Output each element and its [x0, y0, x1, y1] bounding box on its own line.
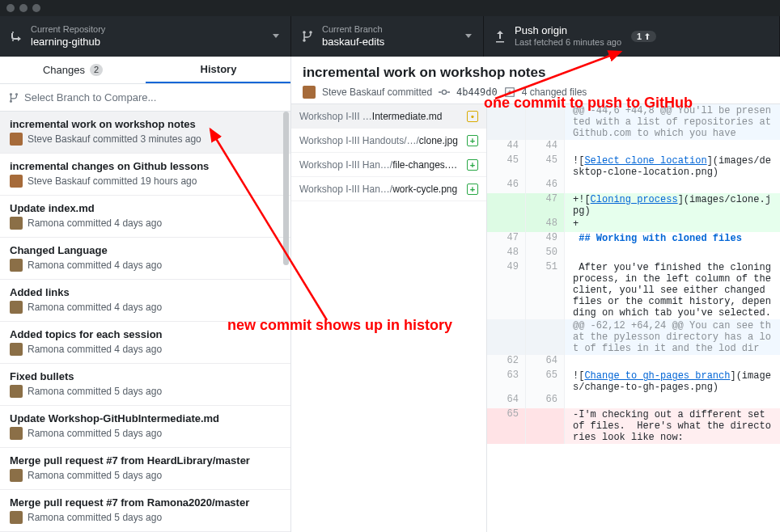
new-line-number: 44: [526, 140, 565, 154]
changed-file-item[interactable]: Workshop I-III …Intermediate.md•: [291, 104, 486, 129]
history-item-meta: Steve Baskauf committed 19 hours ago: [10, 175, 281, 188]
author-avatar: [10, 469, 23, 482]
diff-line: 4951 After you've finished the cloning p…: [487, 261, 780, 319]
author-avatar: [10, 427, 23, 440]
diff-line-content: ## Working with cloned files: [565, 232, 780, 247]
changed-file-item[interactable]: Workshop I-III Han…/work-cycle.png+: [291, 177, 486, 201]
old-line-number: 48: [487, 247, 526, 261]
new-line-number: 50: [526, 247, 565, 261]
diff-line: 6466: [487, 394, 780, 408]
branch-compare-selector[interactable]: Select Branch to Compare...: [0, 84, 290, 112]
old-line-number: 45: [487, 154, 526, 179]
diff-line: 65-I'm checking out a different set of f…: [487, 408, 780, 444]
tab-changes[interactable]: Changes 2: [0, 57, 146, 83]
diff-line-content: ![Change to gh-pages branch](images/chan…: [565, 369, 780, 394]
author-avatar: [10, 259, 23, 272]
history-item[interactable]: Merge pull request #7 from HeardLibrary/…: [0, 448, 290, 490]
diff-line-content: [565, 247, 780, 261]
history-item-title: Merge pull request #7 from HeardLibrary/…: [10, 454, 281, 467]
diff-line-content: After you've finished the cloning proces…: [565, 261, 780, 319]
history-item[interactable]: Update index.mdRamona committed 4 days a…: [0, 196, 290, 238]
history-item-title: Added links: [10, 286, 281, 298]
branch-icon: [8, 92, 19, 103]
history-list[interactable]: incremental work on workshop notesSteve …: [0, 112, 290, 532]
traffic-light-zoom[interactable]: [32, 4, 40, 12]
push-origin-button[interactable]: Push origin Last fetched 6 minutes ago 1: [484, 16, 780, 57]
changes-count-badge: 2: [90, 64, 103, 76]
file-name: Workshop I-III …Intermediate.md: [299, 111, 462, 122]
repo-name: learning-github: [31, 36, 105, 49]
old-line-number: 44: [487, 140, 526, 154]
push-count-badge: 1: [631, 31, 656, 42]
chevron-down-icon: [465, 34, 472, 38]
diff-line-content: [565, 355, 780, 369]
old-line-number: [487, 193, 526, 217]
changed-file-item[interactable]: Workshop I-III Handouts/…/clone.jpg+: [291, 129, 486, 153]
repo-label: Current Repository: [31, 24, 105, 36]
arrow-up-icon: [644, 33, 651, 40]
old-line-number: 64: [487, 394, 526, 408]
commit-sha: 4b449d0: [456, 87, 498, 98]
tab-history-label: History: [201, 63, 237, 75]
old-line-number: 47: [487, 232, 526, 247]
history-item[interactable]: incremental work on workshop notesSteve …: [0, 112, 290, 154]
old-line-number: 63: [487, 369, 526, 394]
new-line-number: 46: [526, 179, 565, 193]
scrollbar-thumb[interactable]: [283, 112, 289, 265]
window-titlebar: [0, 0, 780, 16]
history-item-title: incremental changes on Github lessons: [10, 160, 281, 172]
history-item[interactable]: Fixed bulletsRamona committed 5 days ago: [0, 364, 290, 406]
new-line-number: 48: [526, 217, 565, 232]
branch-name: baskauf-edits: [322, 36, 384, 49]
history-item-title: incremental work on workshop notes: [10, 118, 281, 130]
commit-title: incremental work on workshop notes: [303, 65, 769, 81]
new-line-number: 51: [526, 261, 565, 319]
history-item-meta: Ramona committed 4 days ago: [10, 301, 281, 314]
diff-line-content: [565, 179, 780, 193]
history-item-meta: Ramona committed 4 days ago: [10, 259, 281, 272]
current-branch-selector[interactable]: Current Branch baskauf-edits: [291, 16, 484, 57]
author-avatar: [10, 133, 23, 146]
old-line-number: 62: [487, 355, 526, 369]
traffic-light-close[interactable]: [6, 4, 15, 12]
sidebar: Changes 2 History Select Branch to Compa…: [0, 57, 291, 532]
diff-line: 4646: [487, 179, 780, 193]
tab-changes-label: Changes: [43, 64, 85, 76]
diff-line: 4749 ## Working with cloned files: [487, 232, 780, 247]
history-item[interactable]: Added topics for each sessionRamona comm…: [0, 322, 290, 364]
changed-file-item[interactable]: Workshop I-III Han…/file-changes.png+: [291, 153, 486, 177]
author-avatar: [10, 217, 23, 230]
diff-view[interactable]: @@ -44,6 +44,8 @@ You'll be presented wi…: [487, 104, 780, 532]
chevron-down-icon: [273, 34, 279, 38]
diff-line: 4444: [487, 140, 780, 154]
branch-label: Current Branch: [322, 24, 384, 36]
diff-line: 47+![Cloning process](images/clone.jpg): [487, 193, 780, 217]
history-item-title: Update Workshop-GitHubIntermediate.md: [10, 412, 281, 424]
history-item-meta: Ramona committed 5 days ago: [10, 511, 281, 524]
diff-line: 4850: [487, 247, 780, 261]
author-avatar: [303, 86, 316, 99]
diff-link[interactable]: Cloning process: [591, 194, 678, 205]
app-toolbar: Current Repository learning-github Curre…: [0, 16, 780, 57]
old-line-number: [487, 319, 526, 355]
old-line-number: 46: [487, 179, 526, 193]
author-avatar: [10, 343, 23, 356]
diff-line: 6264: [487, 355, 780, 369]
new-line-number: 65: [526, 369, 565, 394]
history-item[interactable]: Added linksRamona committed 4 days ago: [0, 280, 290, 322]
traffic-light-minimize[interactable]: [19, 4, 28, 12]
history-item[interactable]: Changed LanguageRamona committed 4 days …: [0, 238, 290, 280]
history-item[interactable]: incremental changes on Github lessonsSte…: [0, 154, 290, 196]
new-line-number: 66: [526, 394, 565, 408]
commit-icon: [439, 87, 450, 98]
diff-line: @@ -62,12 +64,24 @@ You can see that the…: [487, 319, 780, 355]
history-item[interactable]: Merge pull request #7 from Ramona2020/ma…: [0, 490, 290, 532]
diff-link[interactable]: Change to gh-pages branch: [584, 370, 730, 382]
push-label: Push origin: [515, 24, 621, 37]
diff-link[interactable]: Select clone location: [584, 155, 706, 167]
history-item[interactable]: Update Workshop-GitHubIntermediate.mdRam…: [0, 406, 290, 448]
tab-history[interactable]: History: [146, 57, 291, 83]
diff-line: 48+: [487, 217, 780, 232]
current-repository-selector[interactable]: Current Repository learning-github: [0, 16, 291, 57]
diff-line-content: +: [565, 217, 780, 232]
